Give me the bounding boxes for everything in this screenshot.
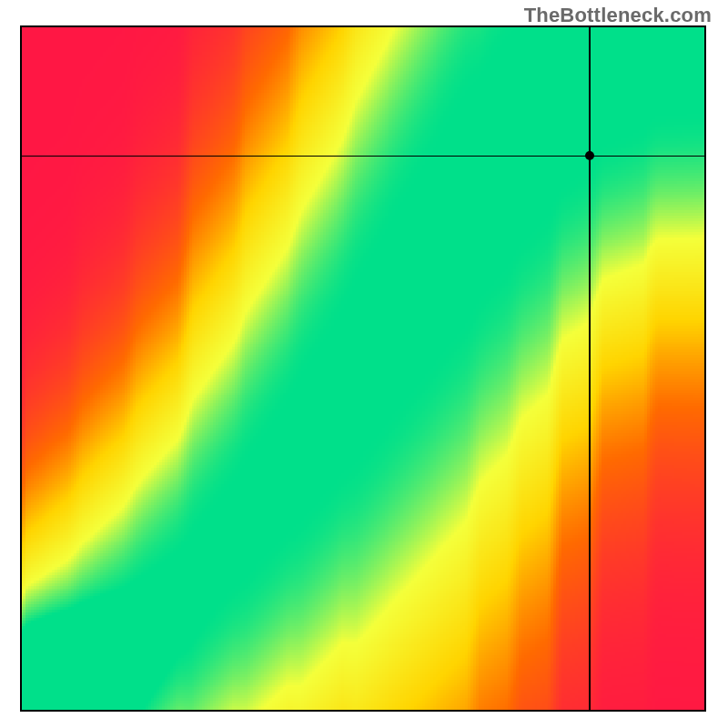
watermark-text: TheBottleneck.com	[524, 4, 712, 27]
crosshair-horizontal	[20, 156, 706, 157]
heatmap-canvas	[20, 25, 706, 712]
crosshair-vertical	[589, 25, 591, 712]
heatmap-plot	[20, 25, 706, 712]
